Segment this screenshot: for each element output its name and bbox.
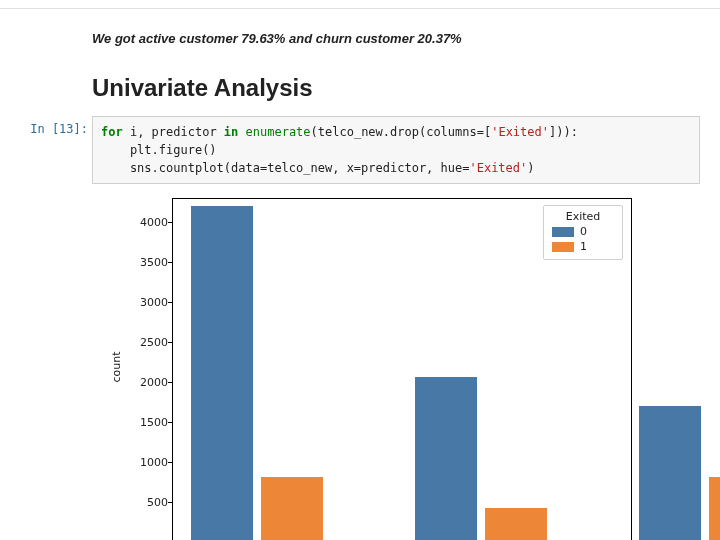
tok-line3a: sns.countplot(data=telco_new, x=predicto…: [101, 161, 469, 175]
top-divider: [0, 8, 720, 9]
y-tick-label: 4000: [102, 216, 168, 229]
tok-str-exited-1: 'Exited': [491, 125, 549, 139]
y-tick-label: 2000: [102, 376, 168, 389]
tok-in: in: [224, 125, 238, 139]
y-tick-label: 1500: [102, 416, 168, 429]
legend-title: Exited: [552, 210, 614, 223]
legend-swatch-1: [552, 242, 574, 252]
y-tick-label: 500: [102, 496, 168, 509]
legend-label-1: 1: [580, 240, 587, 253]
bar-cat_a-1: [261, 477, 323, 540]
cell-prompt: In [13]:: [28, 116, 92, 136]
countplot-output: count 5001000150020002500300035004000 Ex…: [102, 192, 632, 540]
y-tick-label: 1000: [102, 456, 168, 469]
plot-area: Exited 0 1: [172, 198, 632, 540]
tok-line2: plt.figure(): [101, 143, 217, 157]
y-tick-label: 3000: [102, 296, 168, 309]
tok-str-exited-2: 'Exited': [469, 161, 527, 175]
bar-cat_c-1: [709, 477, 720, 540]
legend-label-0: 0: [580, 225, 587, 238]
bar-cat_b-0: [415, 377, 477, 540]
bar-cat_b-1: [485, 508, 547, 540]
legend: Exited 0 1: [543, 205, 623, 260]
code-cell: In [13]: for i, predictor in enumerate(t…: [28, 116, 700, 184]
tok-line3b: ): [527, 161, 534, 175]
tok-open1: (telco_new.drop(columns=[: [311, 125, 492, 139]
notebook-page: We got active customer 79.63% and churn …: [0, 31, 720, 540]
legend-row-1: 1: [552, 240, 614, 253]
y-tick-label: 3500: [102, 256, 168, 269]
y-tick-label: 2500: [102, 336, 168, 349]
section-title: Univariate Analysis: [92, 74, 700, 102]
tok-sp: [238, 125, 245, 139]
bar-cat_c-0: [639, 406, 701, 540]
legend-swatch-0: [552, 227, 574, 237]
legend-row-0: 0: [552, 225, 614, 238]
bar-cat_a-0: [191, 206, 253, 540]
cell-input[interactable]: for i, predictor in enumerate(telco_new.…: [92, 116, 700, 184]
tok-close1: ])):: [549, 125, 578, 139]
tok-for: for: [101, 125, 123, 139]
tok-enumerate: enumerate: [246, 125, 311, 139]
tok-vars: i, predictor: [123, 125, 224, 139]
summary-text: We got active customer 79.63% and churn …: [92, 31, 700, 46]
